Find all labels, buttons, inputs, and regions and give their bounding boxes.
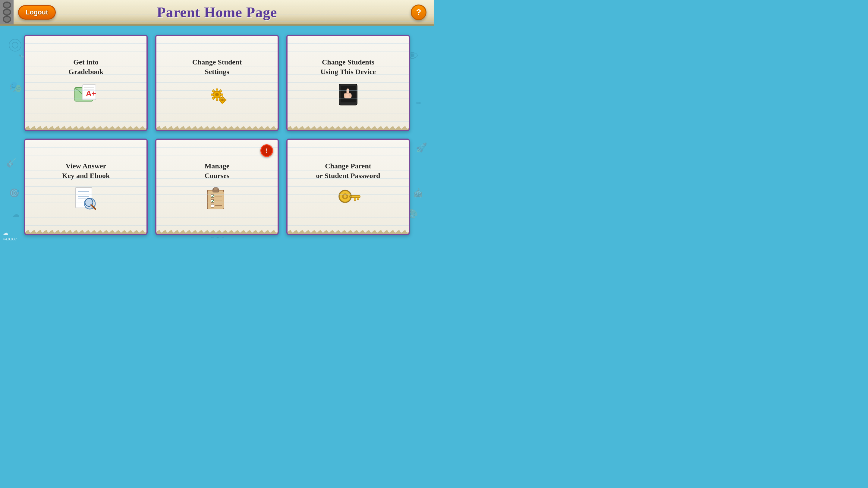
svg-rect-23 <box>216 89 218 92</box>
version-info: ☁ v4.0.837 <box>3 230 17 241</box>
svg-point-22 <box>215 93 219 96</box>
courses-icon <box>204 185 230 212</box>
page-title: Parent Home Page <box>157 4 277 21</box>
svg-rect-55 <box>214 188 218 190</box>
card-title: Change StudentSettings <box>188 58 247 76</box>
card-title: View AnswerKey and Ebook <box>58 161 115 180</box>
svg-rect-36 <box>224 99 226 101</box>
svg-rect-26 <box>220 94 223 96</box>
version-text: v4.0.837 <box>3 237 17 241</box>
settings-icon <box>204 81 230 108</box>
alert-icon: ! <box>266 147 268 155</box>
cloud-icon: ☁ <box>3 230 17 236</box>
card-title: Change StudentsUsing This Device <box>316 58 380 76</box>
card-title: Change Parentor Student Password <box>312 161 385 180</box>
manage-courses-card[interactable]: ! ManageCourses <box>155 138 279 235</box>
answer-key-card[interactable]: View AnswerKey and Ebook <box>24 138 148 235</box>
svg-rect-25 <box>211 94 214 96</box>
svg-rect-33 <box>222 96 223 98</box>
help-button[interactable]: ? <box>411 4 427 20</box>
spiral-ring <box>3 16 11 23</box>
alert-badge: ! <box>260 144 273 157</box>
svg-rect-34 <box>222 102 223 104</box>
svg-text:A+: A+ <box>86 89 96 98</box>
spiral-ring <box>3 1 11 9</box>
card-title: Get intoGradebook <box>64 58 108 76</box>
svg-rect-35 <box>219 99 221 101</box>
svg-rect-66 <box>354 198 356 201</box>
svg-rect-67 <box>357 198 359 200</box>
svg-rect-41 <box>344 93 346 97</box>
svg-rect-24 <box>216 98 218 101</box>
svg-point-32 <box>221 99 224 101</box>
help-icon: ? <box>416 7 421 17</box>
header: Logout Parent Home Page ? <box>0 0 434 26</box>
svg-line-51 <box>91 205 92 206</box>
svg-rect-60 <box>211 204 214 207</box>
student-settings-card[interactable]: Change StudentSettings <box>155 35 279 131</box>
svg-rect-53 <box>207 191 224 209</box>
svg-rect-42 <box>350 94 351 97</box>
logout-button[interactable]: Logout <box>18 5 56 20</box>
change-students-card[interactable]: Change StudentsUsing This Device <box>286 35 410 131</box>
ebook-icon <box>72 185 99 212</box>
device-icon <box>335 81 362 108</box>
card-title: ManageCourses <box>200 161 234 180</box>
spiral-binding <box>0 0 13 24</box>
password-icon <box>335 185 362 212</box>
spiral-ring <box>3 9 11 16</box>
main-content: Get intoGradebook A+ Change StudentSetti… <box>0 26 434 244</box>
gradebook-card[interactable]: Get intoGradebook A+ <box>24 35 148 131</box>
gradebook-icon: A+ <box>72 81 99 108</box>
logout-label: Logout <box>26 8 48 16</box>
change-password-card[interactable]: Change Parentor Student Password <box>286 138 410 235</box>
svg-point-64 <box>344 195 347 198</box>
